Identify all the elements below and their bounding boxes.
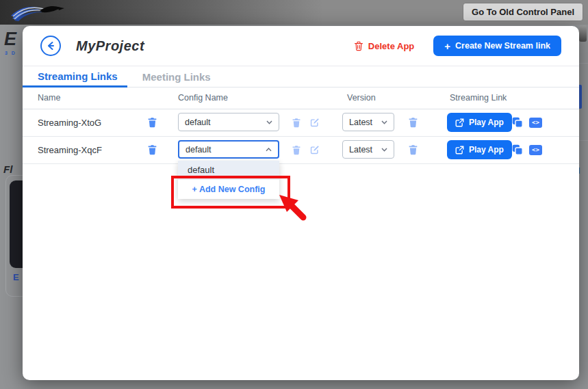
- delete-stream-button[interactable]: [147, 144, 157, 155]
- copy-icon: [511, 116, 523, 128]
- brand-text-partial: E: [4, 29, 17, 50]
- tab-bar: Streaming Links Meeting Links: [23, 66, 579, 88]
- arrow-left-icon: [45, 40, 56, 51]
- config-name-select[interactable]: default: [178, 113, 279, 131]
- table-header: Name Config Name Version Streaming Link: [23, 88, 579, 109]
- brand-subtext-partial: 3 D: [5, 51, 16, 55]
- delete-version-button[interactable]: [408, 144, 418, 155]
- project-modal: MyProject Delete App + Create New Stream…: [23, 26, 579, 380]
- play-app-button[interactable]: Play App: [447, 113, 512, 132]
- stream-name-label: Streaming-XqcF: [38, 145, 102, 155]
- edit-config-button[interactable]: [310, 145, 320, 155]
- version-value: Latest: [349, 145, 372, 155]
- stream-name-label: Streaming-XtoG: [38, 118, 101, 128]
- delete-app-button[interactable]: Delete App: [350, 40, 418, 52]
- delete-version-button[interactable]: [408, 117, 418, 128]
- trash-icon: [408, 144, 418, 155]
- background-section-title-partial: Fl: [3, 163, 12, 175]
- table-row: Streaming-XqcF default: [23, 136, 579, 164]
- background-link-partial: E: [13, 272, 19, 282]
- play-app-label: Play App: [469, 145, 504, 155]
- plus-icon: +: [444, 40, 450, 52]
- create-new-stream-link-button[interactable]: + Create New Stream link: [433, 36, 561, 56]
- delete-config-button[interactable]: [292, 118, 301, 128]
- page-title: MyProject: [76, 38, 144, 54]
- tab-streaming-links[interactable]: Streaming Links: [23, 66, 127, 88]
- delete-config-button[interactable]: [292, 145, 301, 155]
- column-streaming-link: Streaming Link: [450, 93, 507, 103]
- delete-app-label: Delete App: [368, 41, 414, 51]
- column-config-name: Config Name: [178, 93, 228, 103]
- chevron-up-icon: [266, 148, 272, 152]
- external-link-icon: [455, 146, 464, 155]
- version-value: Latest: [349, 118, 372, 127]
- copy-link-button[interactable]: [511, 144, 523, 155]
- table-row: Streaming-XtoG default: [23, 109, 579, 137]
- topbar: Go To Old Control Panel: [0, 0, 588, 25]
- edit-config-button[interactable]: [310, 118, 320, 127]
- version-select[interactable]: Latest: [342, 113, 394, 131]
- config-dropdown-menu: default + Add New Config: [178, 161, 279, 199]
- copy-icon: [511, 144, 523, 155]
- dropdown-item-add-new-config[interactable]: + Add New Config: [178, 180, 279, 199]
- modal-header: MyProject Delete App + Create New Stream…: [23, 26, 579, 66]
- embed-code-button[interactable]: <>: [529, 145, 542, 155]
- edit-icon: [310, 145, 320, 155]
- scrollbar-thumb[interactable]: [579, 25, 587, 42]
- back-button[interactable]: [40, 36, 61, 56]
- eagle-logo-icon: [10, 2, 68, 23]
- config-name-value: default: [185, 118, 211, 127]
- chevron-down-icon: [266, 120, 272, 124]
- trash-icon: [147, 117, 157, 128]
- external-link-icon: [455, 118, 464, 127]
- tab-meeting-links[interactable]: Meeting Links: [136, 66, 218, 88]
- trash-icon: [292, 118, 301, 128]
- column-name: Name: [38, 93, 60, 103]
- create-new-stream-link-label: Create New Stream link: [455, 41, 550, 51]
- version-select[interactable]: Latest: [342, 140, 394, 159]
- trash-icon: [408, 117, 418, 128]
- screen: Go To Old Control Panel E 3 D Fl E All M…: [0, 0, 588, 389]
- dropdown-item-default[interactable]: default: [178, 161, 279, 180]
- chevron-down-icon: [381, 120, 387, 124]
- trash-outline-icon: [354, 41, 363, 51]
- add-new-config-label: Add New Config: [199, 185, 266, 194]
- config-name-value: default: [186, 145, 212, 155]
- edit-icon: [310, 118, 320, 127]
- play-app-label: Play App: [469, 118, 504, 127]
- column-version: Version: [347, 93, 376, 103]
- go-to-old-control-panel-button[interactable]: Go To Old Control Panel: [463, 3, 583, 21]
- config-name-select-open[interactable]: default: [178, 140, 279, 159]
- delete-stream-button[interactable]: [147, 117, 157, 128]
- play-app-button[interactable]: Play App: [447, 140, 512, 159]
- copy-link-button[interactable]: [511, 116, 523, 128]
- annotation-arrow-cursor: [279, 194, 313, 226]
- plus-icon: +: [192, 185, 197, 194]
- chevron-down-icon: [381, 148, 387, 152]
- embed-code-button[interactable]: <>: [529, 118, 542, 128]
- trash-icon: [292, 145, 301, 155]
- trash-icon: [147, 144, 157, 155]
